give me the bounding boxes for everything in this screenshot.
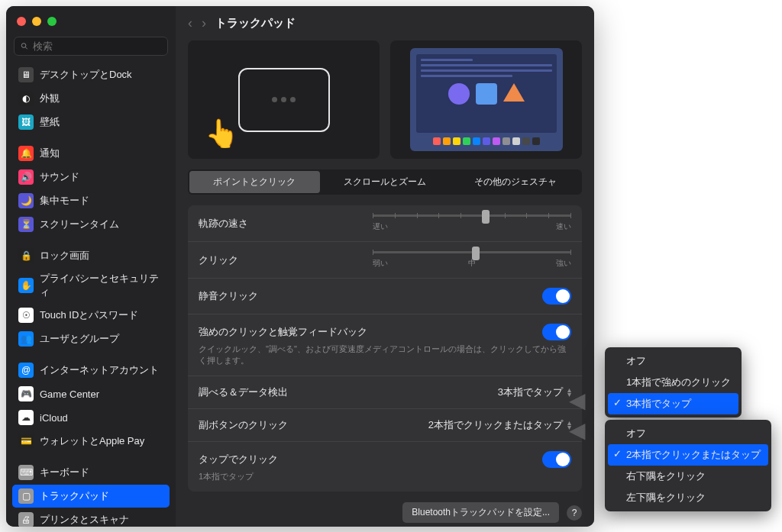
sidebar-item-at[interactable]: @インターネットアカウント [12, 359, 170, 382]
forward-button[interactable]: › [202, 15, 206, 31]
tracking-slider[interactable]: 遅い速い [373, 214, 571, 232]
close-button[interactable] [17, 17, 26, 26]
footer: Bluetoothトラックパッドを設定... ? [188, 502, 582, 523]
hand-pointer-icon: 👆 [205, 118, 239, 150]
sidebar-item-label: Game Center [40, 389, 99, 400]
sidebar-item-label: 集中モード [40, 194, 89, 208]
callout-arrow-icon: ◀ [569, 418, 586, 443]
sidebar-item-privacy[interactable]: ✋プライバシーとセキュリティ [12, 268, 170, 303]
sidebar-item-printer[interactable]: 🖨プリンタとスキャナ [12, 508, 170, 527]
menu-option[interactable]: 2本指でクリックまたはタップ [608, 444, 768, 466]
svg-line-1 [25, 47, 27, 50]
window-controls [6, 6, 176, 34]
hourglass-icon: ⏳ [18, 217, 34, 232]
focus-icon: 🌙 [18, 193, 34, 208]
sidebar-item-sound[interactable]: 🔊サウンド [12, 166, 170, 189]
tap-to-click-toggle[interactable] [542, 451, 571, 468]
menu-option[interactable]: 3本指でタップ [608, 393, 738, 414]
minimize-button[interactable] [32, 17, 41, 26]
menu-option[interactable]: オフ [608, 350, 738, 372]
secondary-select[interactable]: 2本指でクリックまたはタップ ▴▾ [428, 418, 571, 432]
main-content: ‹ › トラックパッド 👆 [176, 6, 594, 527]
click-label: クリック [199, 253, 238, 267]
force-click-toggle[interactable] [542, 324, 571, 340]
lookup-row: 調べる＆データ検出 3本指でタップ ▴▾ [188, 376, 582, 409]
sidebar-item-label: デスクトップとDock [40, 68, 132, 82]
force-click-row: 強めのクリックと触覚フィードバック クイックルック、"調べる"、および可変速度メ… [188, 314, 582, 376]
sidebar-item-label: プライバシーとセキュリティ [40, 272, 163, 299]
bluetooth-setup-button[interactable]: Bluetoothトラックパッドを設定... [402, 502, 559, 523]
sidebar-item-keyboard[interactable]: ⌨キーボード [12, 461, 170, 484]
silent-click-row: 静音クリック [188, 279, 582, 314]
sidebar-item-label: プリンタとスキャナ [40, 513, 129, 527]
sidebar-item-gamecenter[interactable]: 🎮Game Center [12, 382, 170, 405]
menu-option[interactable]: 右下隅をクリック [608, 466, 768, 487]
page-title: トラックパッド [215, 16, 296, 31]
sidebar: 🖥デスクトップとDock◐外観🖼壁紙🔔通知🔊サウンド🌙集中モード⏳スクリーンタイ… [6, 6, 176, 527]
gamecenter-icon: 🎮 [18, 386, 34, 401]
users-icon: 👥 [18, 331, 34, 347]
help-button[interactable]: ? [567, 505, 582, 521]
sidebar-item-users[interactable]: 👥ユーザとグループ [12, 327, 170, 350]
header: ‹ › トラックパッド [176, 6, 594, 40]
sidebar-item-lock[interactable]: 🔒ロック画面 [12, 244, 170, 267]
back-button[interactable]: ‹ [188, 15, 192, 31]
sidebar-item-label: スクリーンタイム [40, 218, 119, 231]
tracking-label: 軌跡の速さ [199, 217, 248, 231]
sidebar-item-icloud[interactable]: ☁iCloud [12, 406, 170, 429]
lookup-popover: オフ1本指で強めのクリック3本指でタップ [605, 347, 742, 418]
menu-option[interactable]: 左下隅をクリック [608, 487, 768, 508]
sidebar-items: 🖥デスクトップとDock◐外観🖼壁紙🔔通知🔊サウンド🌙集中モード⏳スクリーンタイ… [6, 63, 176, 527]
sidebar-item-label: ロック画面 [40, 249, 89, 263]
sidebar-item-focus[interactable]: 🌙集中モード [12, 189, 170, 212]
sidebar-item-hourglass[interactable]: ⏳スクリーンタイム [12, 213, 170, 236]
maximize-button[interactable] [47, 17, 57, 26]
trackpad-preview: 👆 [188, 40, 380, 159]
sound-icon: 🔊 [18, 169, 34, 185]
privacy-icon: ✋ [18, 278, 34, 293]
sidebar-item-desktop[interactable]: 🖥デスクトップとDock [12, 63, 170, 86]
sidebar-item-wallpaper[interactable]: 🖼壁紙 [12, 111, 170, 134]
sidebar-item-wallet[interactable]: 💳ウォレットとApple Pay [12, 430, 170, 453]
touchid-icon: ☉ [18, 308, 34, 323]
tab[interactable]: その他のジェスチャ [450, 171, 580, 193]
tap-to-click-row: タップでクリック 1本指でタップ [188, 442, 582, 492]
click-strength-row: クリック 弱い中強い [188, 242, 582, 279]
preview-row: 👆 [188, 40, 582, 159]
sidebar-item-label: トラックパッド [40, 489, 109, 503]
search-icon [21, 41, 28, 51]
appearance-icon: ◐ [18, 91, 34, 106]
icloud-icon: ☁ [18, 410, 34, 425]
secondary-click-row: 副ボタンのクリック 2本指でクリックまたはタップ ▴▾ [188, 409, 582, 442]
sidebar-item-label: サウンド [40, 170, 79, 184]
lookup-select[interactable]: 3本指でタップ ▴▾ [498, 385, 571, 399]
menu-option[interactable]: オフ [608, 423, 768, 444]
printer-icon: 🖨 [18, 512, 34, 527]
settings-panel: 軌跡の速さ 遅い速い クリック 弱い中強い [188, 205, 582, 492]
sidebar-item-appearance[interactable]: ◐外観 [12, 87, 170, 110]
wallpaper-icon: 🖼 [18, 114, 34, 130]
tracking-speed-row: 軌跡の速さ 遅い速い [188, 205, 582, 242]
sidebar-item-label: 通知 [40, 147, 60, 160]
sidebar-item-label: iCloud [40, 412, 68, 424]
sidebar-item-label: 外観 [40, 92, 60, 105]
search-input[interactable] [33, 40, 161, 52]
gesture-preview [390, 40, 582, 159]
trackpad-icon [238, 68, 330, 132]
at-icon: @ [18, 363, 34, 378]
tab[interactable]: ポイントとクリック [189, 171, 320, 193]
lock-icon: 🔒 [18, 248, 34, 263]
sidebar-item-touchid[interactable]: ☉Touch IDとパスワード [12, 304, 170, 327]
sidebar-item-bell[interactable]: 🔔通知 [12, 142, 170, 165]
sidebar-item-label: Touch IDとパスワード [40, 308, 138, 322]
sidebar-item-trackpad[interactable]: ▢トラックパッド [12, 485, 170, 508]
click-slider[interactable]: 弱い中強い [373, 251, 571, 269]
tab[interactable]: スクロールとズーム [320, 171, 451, 193]
menu-option[interactable]: 1本指で強めのクリック [608, 372, 738, 393]
sidebar-item-label: 壁紙 [40, 115, 60, 129]
silent-click-toggle[interactable] [542, 288, 571, 305]
content: 👆 [176, 40, 594, 527]
svg-point-0 [21, 44, 26, 48]
bell-icon: 🔔 [18, 146, 34, 161]
search-field[interactable] [14, 37, 168, 56]
